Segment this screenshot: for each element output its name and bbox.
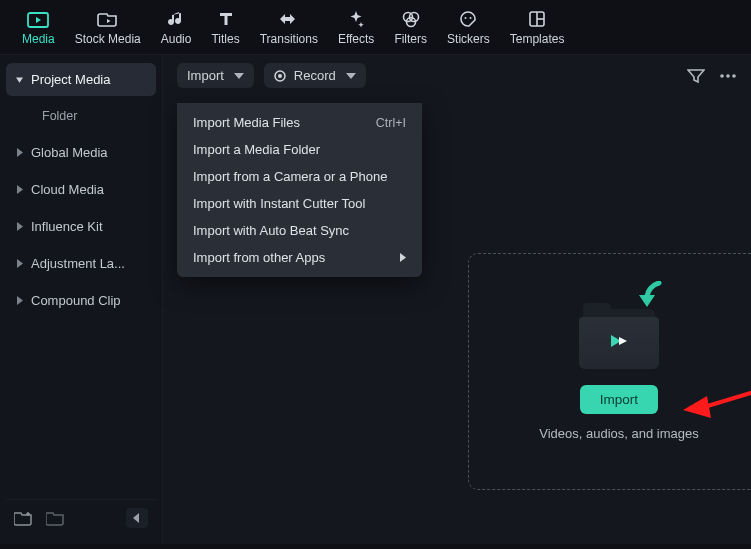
content-pane: Import Import Media Files Ctrl+I Import … — [163, 55, 751, 544]
svg-point-23 — [278, 74, 282, 78]
svg-point-26 — [726, 74, 730, 78]
nav-filters[interactable]: Filters — [384, 6, 437, 52]
import-button[interactable]: Import — [580, 385, 658, 414]
sidebar-influence-kit[interactable]: Influence Kit — [6, 210, 156, 243]
chevron-right-icon — [16, 259, 23, 268]
nav-label: Templates — [510, 32, 565, 46]
sidebar-adjustment-layer[interactable]: Adjustment La... — [6, 247, 156, 280]
svg-marker-14 — [17, 222, 23, 231]
nav-label: Effects — [338, 32, 374, 46]
menu-item-label: Import from other Apps — [193, 250, 325, 265]
sidebar-folder[interactable]: Folder — [6, 100, 156, 132]
more-options-icon[interactable] — [719, 73, 737, 79]
svg-point-25 — [720, 74, 724, 78]
svg-point-6 — [465, 17, 467, 19]
import-label: Import — [187, 68, 224, 83]
svg-marker-13 — [17, 185, 23, 194]
svg-marker-1 — [36, 17, 41, 23]
svg-marker-20 — [234, 73, 244, 79]
menu-item-label: Import a Media Folder — [193, 142, 320, 157]
svg-point-27 — [732, 74, 736, 78]
sidebar-compound-clip[interactable]: Compound Clip — [6, 284, 156, 317]
svg-marker-21 — [400, 253, 406, 262]
chevron-right-icon — [16, 185, 23, 194]
svg-marker-30 — [639, 295, 655, 307]
audio-icon — [167, 10, 185, 28]
nav-transitions[interactable]: Transitions — [250, 6, 328, 52]
sidebar-item-label: Influence Kit — [31, 219, 103, 234]
nav-media[interactable]: Media — [12, 6, 65, 52]
nav-label: Stock Media — [75, 32, 141, 46]
content-toolbar: Import Import Media Files Ctrl+I Import … — [163, 55, 751, 96]
filter-icon[interactable] — [687, 68, 705, 84]
menu-item-label: Import with Instant Cutter Tool — [193, 196, 365, 211]
sidebar-item-label: Adjustment La... — [31, 256, 125, 271]
import-dropzone[interactable]: Import Videos, audios, and images — [468, 253, 751, 490]
menu-import-media-files[interactable]: Import Media Files Ctrl+I — [177, 109, 422, 136]
svg-marker-29 — [619, 337, 627, 345]
menu-import-instant-cutter[interactable]: Import with Instant Cutter Tool — [177, 190, 422, 217]
nav-audio[interactable]: Audio — [151, 6, 202, 52]
nav-label: Titles — [211, 32, 239, 46]
menu-import-auto-beat-sync[interactable]: Import with Auto Beat Sync — [177, 217, 422, 244]
collapse-sidebar-button[interactable] — [126, 508, 148, 528]
nav-effects[interactable]: Effects — [328, 6, 384, 52]
svg-marker-11 — [16, 77, 23, 82]
sidebar-global-media[interactable]: Global Media — [6, 136, 156, 169]
sidebar-item-label: Compound Clip — [31, 293, 121, 308]
media-icon — [27, 10, 49, 28]
chevron-right-icon — [16, 296, 23, 305]
filmora-logo-icon — [575, 329, 663, 353]
stock-media-icon — [97, 10, 119, 28]
menu-item-label: Import Media Files — [193, 115, 300, 130]
record-dropdown-button[interactable]: Record — [264, 63, 366, 88]
svg-marker-19 — [133, 513, 139, 523]
filters-icon — [401, 10, 421, 28]
svg-marker-24 — [346, 73, 356, 79]
record-icon — [274, 70, 286, 82]
sidebar-cloud-media[interactable]: Cloud Media — [6, 173, 156, 206]
chevron-down-icon — [346, 73, 356, 79]
download-arrow-icon — [633, 281, 665, 318]
sidebar-item-label: Project Media — [31, 72, 110, 87]
import-button-label: Import — [600, 392, 638, 407]
import-menu: Import Media Files Ctrl+I Import a Media… — [177, 103, 422, 277]
top-nav: Media Stock Media Audio Titles Transitio… — [0, 0, 751, 55]
sidebar-item-label: Cloud Media — [31, 182, 104, 197]
nav-stickers[interactable]: Stickers — [437, 6, 500, 52]
chevron-down-icon — [234, 73, 244, 79]
folder-icon[interactable] — [46, 510, 64, 526]
svg-point-7 — [470, 17, 472, 19]
sidebar-project-media[interactable]: Project Media — [6, 63, 156, 96]
templates-icon — [528, 10, 546, 28]
stickers-icon — [459, 10, 477, 28]
chevron-right-icon — [400, 250, 406, 265]
titles-icon — [217, 10, 235, 28]
svg-marker-16 — [17, 296, 23, 305]
menu-item-label: Import from a Camera or a Phone — [193, 169, 387, 184]
dropzone-hint: Videos, audios, and images — [539, 426, 698, 441]
svg-marker-2 — [107, 19, 111, 23]
chevron-right-icon — [16, 148, 23, 157]
chevron-right-icon — [16, 222, 23, 231]
menu-import-other-apps[interactable]: Import from other Apps — [177, 244, 422, 271]
menu-import-media-folder[interactable]: Import a Media Folder — [177, 136, 422, 163]
svg-marker-15 — [17, 259, 23, 268]
nav-templates[interactable]: Templates — [500, 6, 575, 52]
svg-marker-12 — [17, 148, 23, 157]
sidebar-item-label: Global Media — [31, 145, 108, 160]
nav-stock-media[interactable]: Stock Media — [65, 6, 151, 52]
effects-icon — [347, 10, 365, 28]
sidebar-footer — [6, 499, 156, 536]
nav-label: Stickers — [447, 32, 490, 46]
menu-item-shortcut: Ctrl+I — [376, 116, 406, 130]
record-label: Record — [294, 68, 336, 83]
nav-label: Transitions — [260, 32, 318, 46]
menu-item-label: Import with Auto Beat Sync — [193, 223, 349, 238]
folder-graphic — [575, 303, 663, 373]
import-dropdown-button[interactable]: Import — [177, 63, 254, 88]
nav-label: Filters — [394, 32, 427, 46]
menu-import-camera-phone[interactable]: Import from a Camera or a Phone — [177, 163, 422, 190]
new-folder-icon[interactable] — [14, 510, 32, 526]
nav-titles[interactable]: Titles — [201, 6, 249, 52]
